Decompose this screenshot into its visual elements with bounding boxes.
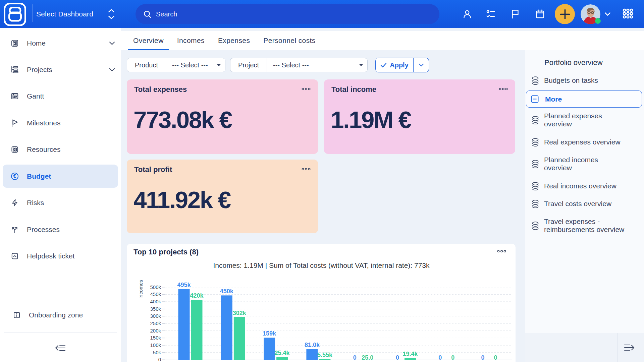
bar-chart: Incomes: 1.19M | Sum of Total costs (wit… bbox=[127, 244, 516, 362]
collapse-sidebar-icon[interactable] bbox=[55, 344, 66, 352]
tab-band: Overview Incomes Expenses Personnel cost… bbox=[121, 31, 644, 50]
online-status-dot bbox=[595, 18, 601, 24]
chevron-down-icon bbox=[109, 68, 115, 72]
panel-item-planned-incomes[interactable]: Planned incomesoverview bbox=[525, 156, 644, 172]
panel-item-budgets-on-tasks[interactable]: Budgets on tasks bbox=[525, 76, 644, 84]
panel-item-label-line2: overview bbox=[544, 120, 572, 128]
user-icon[interactable] bbox=[462, 9, 472, 19]
apply-button[interactable]: Apply bbox=[376, 58, 414, 72]
sidebar-item-label: Gantt bbox=[27, 92, 118, 100]
apply-options-button[interactable] bbox=[414, 58, 429, 72]
card-title: Total income bbox=[331, 85, 508, 94]
panel-item-label: Planned expensesoverview bbox=[544, 112, 602, 128]
select-arrow-icon bbox=[359, 64, 363, 66]
panel-item-label: Travel expenses -reimbursements overview bbox=[544, 218, 624, 234]
card-value: 1.19M € bbox=[331, 106, 411, 133]
panel-item-label: Real incomes overview bbox=[544, 182, 616, 190]
svg-text:0: 0 bbox=[396, 354, 399, 361]
sidebar-item-gantt[interactable]: Gantt bbox=[3, 85, 118, 108]
panel-item-more[interactable]: More bbox=[526, 90, 642, 108]
search-input[interactable] bbox=[156, 10, 397, 18]
panel-item-travel-costs[interactable]: Travel costs overview bbox=[525, 200, 644, 208]
sidebar-item-home[interactable]: Home bbox=[3, 32, 118, 55]
sidebar-item-onboarding[interactable]: Onboarding zone bbox=[3, 304, 118, 327]
card-menu-icon[interactable] bbox=[302, 168, 311, 171]
svg-text:0: 0 bbox=[494, 354, 497, 361]
sidebar-item-resources[interactable]: Resources bbox=[3, 138, 118, 161]
panel-item-real-expenses[interactable]: Real expenses overview bbox=[525, 138, 644, 146]
svg-text:0: 0 bbox=[353, 354, 357, 361]
helpdesk-icon bbox=[11, 252, 19, 260]
svg-text:200k: 200k bbox=[150, 328, 161, 334]
select-arrow-icon bbox=[217, 64, 221, 66]
app-logo[interactable] bbox=[4, 3, 26, 26]
add-button[interactable] bbox=[555, 4, 575, 24]
search-bar[interactable] bbox=[136, 4, 439, 24]
svg-text:50k: 50k bbox=[153, 350, 161, 355]
sidebar-item-projects[interactable]: Projects bbox=[3, 58, 118, 81]
tab-personnel-costs[interactable]: Personnel costs bbox=[257, 31, 322, 50]
coins-icon bbox=[532, 116, 539, 124]
svg-text:0: 0 bbox=[158, 357, 161, 362]
gantt-icon bbox=[11, 92, 19, 100]
panel-item-planned-expenses[interactable]: Planned expensesoverview bbox=[525, 112, 644, 128]
projects-tree-icon bbox=[11, 66, 19, 74]
check-icon bbox=[380, 63, 387, 68]
tab-expenses[interactable]: Expenses bbox=[211, 31, 257, 50]
panel-item-label-line2: overview bbox=[544, 164, 572, 172]
panel-item-label: Travel costs overview bbox=[544, 200, 611, 208]
panel-item-label-line1: Planned incomes bbox=[544, 156, 598, 164]
sidebar-item-risks[interactable]: Risks bbox=[3, 191, 118, 215]
expand-panel-icon[interactable] bbox=[624, 344, 635, 352]
panel-item-label: Planned incomesoverview bbox=[544, 156, 598, 172]
project-filter-label: Project bbox=[230, 58, 267, 72]
sidebar-item-helpdesk[interactable]: Helpdesk ticket bbox=[3, 245, 118, 268]
svg-text:450k: 450k bbox=[150, 291, 161, 297]
panel-item-travel-expenses[interactable]: Travel expenses -reimbursements overview bbox=[525, 218, 644, 234]
calendar-icon[interactable] bbox=[535, 9, 545, 19]
tab-label: Expenses bbox=[218, 37, 250, 45]
sidebar-item-milestones[interactable]: Milestones bbox=[3, 111, 118, 134]
svg-text:19.4k: 19.4k bbox=[402, 351, 418, 357]
sidebar-item-label: Home bbox=[27, 39, 109, 47]
panel-item-label: Budgets on tasks bbox=[544, 76, 598, 84]
flag-icon[interactable] bbox=[510, 9, 520, 19]
apps-grid-icon[interactable] bbox=[623, 8, 633, 19]
svg-text:300k: 300k bbox=[150, 313, 161, 319]
card-menu-icon[interactable] bbox=[302, 87, 311, 90]
tab-incomes[interactable]: Incomes bbox=[170, 31, 211, 50]
sidebar-item-processes[interactable]: Processes bbox=[3, 218, 118, 241]
coins-icon bbox=[532, 222, 539, 230]
sidebar-item-label: Projects bbox=[27, 66, 109, 74]
project-filter-select[interactable]: --- Select --- bbox=[267, 58, 367, 72]
panel-item-label-line1: Travel expenses - bbox=[544, 218, 600, 225]
total-expenses-card: Total expenses 773.08k € bbox=[127, 79, 318, 154]
card-title: Total expenses bbox=[134, 85, 311, 94]
top-bar: Select Dashboard bbox=[0, 0, 644, 28]
panel-item-real-incomes[interactable]: Real incomes overview bbox=[525, 182, 644, 190]
product-filter-value: --- Select --- bbox=[172, 61, 208, 69]
sidebar-item-label: Processes bbox=[27, 226, 118, 234]
svg-text:5.55k: 5.55k bbox=[317, 352, 333, 358]
chevron-down-icon[interactable] bbox=[604, 12, 611, 16]
sidebar-item-budget[interactable]: € Budget bbox=[3, 165, 118, 188]
dashboard-selector-label: Select Dashboard bbox=[36, 10, 93, 18]
tab-label: Incomes bbox=[177, 37, 205, 45]
svg-text:81.0k: 81.0k bbox=[305, 342, 320, 348]
panel-item-label-line1: Planned expenses bbox=[544, 112, 602, 120]
sidebar: Home Projects Gantt Milestones bbox=[0, 28, 121, 362]
card-menu-icon[interactable] bbox=[499, 87, 508, 90]
product-filter-label: Product bbox=[127, 58, 166, 72]
top-projects-chart-card: Top 10 projects (8) Incomes: 1.19M | Sum… bbox=[127, 244, 516, 362]
minus-square-icon bbox=[531, 95, 539, 103]
tab-overview[interactable]: Overview bbox=[126, 31, 170, 50]
dashboard-selector[interactable]: Select Dashboard bbox=[36, 0, 115, 28]
resources-icon bbox=[11, 145, 19, 154]
search-icon bbox=[144, 10, 151, 18]
coins-icon bbox=[532, 76, 539, 85]
product-filter-select[interactable]: --- Select --- bbox=[166, 58, 225, 72]
card-value: 773.08k € bbox=[133, 106, 231, 133]
sidebar-item-label: Budget bbox=[27, 172, 118, 180]
tasks-icon[interactable] bbox=[486, 9, 496, 19]
coins-icon bbox=[532, 182, 539, 190]
